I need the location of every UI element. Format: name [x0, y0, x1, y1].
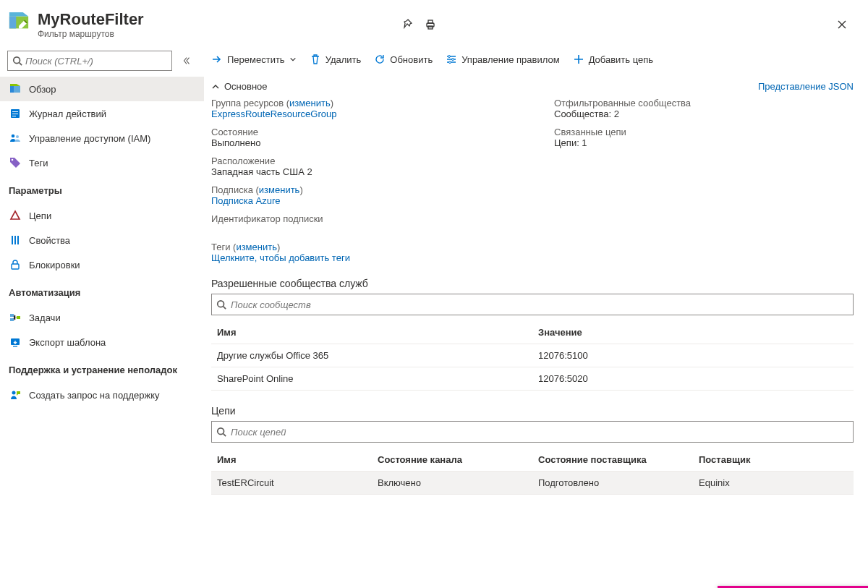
- refresh-button[interactable]: Обновить: [374, 54, 433, 65]
- cell-name: SharePoint Online: [211, 367, 532, 391]
- circuits-search-input[interactable]: [231, 427, 848, 438]
- location-label: Расположение: [211, 155, 511, 166]
- blade-header: MyRouteFilter Фильтр маршрутов: [0, 0, 868, 43]
- col-provider-state[interactable]: Состояние поставщика: [532, 448, 693, 472]
- toolbar-label: Переместить: [227, 54, 285, 65]
- sidebar-item-new-support-request[interactable]: Создать запрос на поддержку: [0, 383, 204, 407]
- state-label: Состояние: [211, 127, 511, 137]
- refresh-icon: [374, 54, 386, 65]
- tags-label: Теги (изменить): [211, 242, 854, 252]
- circuits-section-title: Цепи: [211, 405, 854, 417]
- sidebar-item-label: Управление доступом (IAM): [29, 133, 150, 144]
- sidebar-search[interactable]: [7, 51, 172, 71]
- cell-channel-state: Включено: [372, 472, 532, 495]
- sidebar-item-label: Теги: [29, 158, 48, 169]
- circuits-table: Имя Состояние канала Состояние поставщик…: [211, 448, 854, 495]
- sidebar-item-iam[interactable]: Управление доступом (IAM): [0, 126, 204, 150]
- sidebar-item-label: Создать запрос на поддержку: [29, 390, 159, 401]
- cell-vendor: Equinix: [693, 472, 854, 495]
- chevron-down-icon: [289, 56, 297, 63]
- toolbar-label: Управление правилом: [461, 54, 559, 65]
- close-button[interactable]: [830, 13, 854, 36]
- sliders-icon: [446, 54, 457, 65]
- cell-value: 12076:5100: [532, 344, 854, 367]
- sidebar: Обзор Журнал действий Управление доступо…: [0, 43, 204, 588]
- toolbar-label: Обновить: [390, 54, 433, 65]
- sidebar-search-input[interactable]: [25, 56, 167, 67]
- plus-icon: [573, 54, 584, 65]
- cell-value: 12076:5020: [532, 367, 854, 391]
- export-icon: [9, 336, 22, 348]
- linked-circuits-value: Цепи: 1: [554, 137, 854, 148]
- col-name[interactable]: Имя: [211, 448, 372, 472]
- communities-search[interactable]: [211, 294, 854, 315]
- sidebar-item-label: Журнал действий: [29, 108, 106, 119]
- essentials-toggle[interactable]: Основное: [211, 78, 268, 95]
- toolbar-label: Добавить цепь: [589, 54, 653, 65]
- chevron-up-icon: [211, 82, 220, 91]
- sidebar-item-export-template[interactable]: Экспорт шаблона: [0, 330, 204, 354]
- filtered-communities-label: Отфильтрованные сообщества: [554, 98, 854, 108]
- table-row[interactable]: SharePoint Online12076:5020: [211, 367, 854, 391]
- sidebar-item-overview[interactable]: Обзор: [0, 77, 204, 101]
- communities-search-input[interactable]: [231, 299, 848, 310]
- add-circuit-button[interactable]: Добавить цепь: [573, 54, 653, 65]
- essentials-title: Основное: [224, 81, 268, 92]
- table-row[interactable]: TestERCircuit Включено Подготовлено Equi…: [211, 472, 854, 495]
- linked-circuits-label: Связанные цепи: [554, 127, 854, 137]
- sidebar-item-label: Экспорт шаблона: [29, 337, 106, 348]
- triangle-icon: [9, 210, 22, 221]
- overview-icon: [9, 83, 22, 95]
- subscription-value[interactable]: Подписка Azure: [211, 195, 511, 206]
- pin-button[interactable]: [396, 13, 419, 36]
- resource-type-icon: [7, 10, 30, 33]
- support-icon: [9, 389, 22, 401]
- toolbar: Переместить Удалить Обновить Управление …: [211, 43, 854, 75]
- sidebar-section-params: Параметры: [0, 175, 204, 200]
- sidebar-item-activity-log[interactable]: Журнал действий: [0, 101, 204, 126]
- change-sub-link[interactable]: изменить: [259, 184, 300, 195]
- subscription-label: Подписка (изменить): [211, 184, 511, 195]
- col-value[interactable]: Значение: [532, 321, 854, 344]
- sidebar-item-tags[interactable]: Теги: [0, 150, 204, 175]
- sidebar-item-label: Цепи: [29, 210, 51, 221]
- move-button[interactable]: Переместить: [211, 54, 297, 65]
- change-tags-link[interactable]: изменить: [236, 242, 277, 252]
- sidebar-item-label: Блокировки: [29, 260, 80, 270]
- manage-rule-button[interactable]: Управление правилом: [446, 54, 559, 65]
- col-channel-state[interactable]: Состояние канала: [372, 448, 532, 472]
- sidebar-item-tasks[interactable]: Задачи: [0, 305, 204, 330]
- log-icon: [9, 108, 22, 119]
- add-tags-link[interactable]: Щелкните, чтобы добавить теги: [211, 252, 854, 263]
- sidebar-collapse-button[interactable]: [176, 51, 197, 71]
- circuits-search[interactable]: [211, 421, 854, 443]
- print-button[interactable]: [419, 13, 442, 36]
- change-rg-link[interactable]: изменить: [289, 98, 331, 108]
- sidebar-item-label: Обзор: [29, 84, 56, 95]
- sidebar-section-automation: Автоматизация: [0, 277, 204, 302]
- lock-icon: [9, 259, 22, 270]
- col-name[interactable]: Имя: [211, 321, 532, 344]
- sidebar-item-properties[interactable]: Свойства: [0, 228, 204, 252]
- cell-name: Другие службы Office 365: [211, 344, 532, 367]
- sidebar-item-label: Задачи: [29, 312, 61, 323]
- properties-icon: [9, 234, 22, 246]
- communities-table: Имя Значение Другие службы Office 365120…: [211, 321, 854, 391]
- sidebar-section-support: Поддержка и устранение неполадок: [0, 354, 204, 380]
- table-row[interactable]: Другие службы Office 36512076:5100: [211, 344, 854, 367]
- arrow-icon: [211, 54, 223, 65]
- svg-rect-27: [9, 17, 16, 29]
- sidebar-item-locks[interactable]: Блокировки: [0, 252, 204, 277]
- json-view-link[interactable]: Представление JSON: [758, 81, 854, 92]
- cell-provider-state: Подготовлено: [532, 472, 693, 495]
- cell-name: TestERCircuit: [211, 472, 372, 495]
- state-value: Выполнено: [211, 137, 511, 148]
- sidebar-item-circuits[interactable]: Цепи: [0, 203, 204, 228]
- communities-section-title: Разрешенные сообщества служб: [211, 278, 854, 289]
- tasks-icon: [9, 312, 22, 323]
- resource-group-value[interactable]: ExpressRouteResourceGroup: [211, 108, 511, 119]
- col-vendor[interactable]: Поставщик: [693, 448, 854, 472]
- sidebar-item-label: Свойства: [29, 235, 70, 246]
- tag-icon: [9, 157, 22, 169]
- delete-button[interactable]: Удалить: [310, 54, 362, 65]
